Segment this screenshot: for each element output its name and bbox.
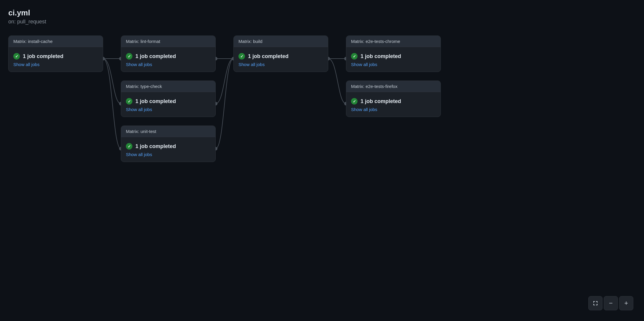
check-icon: [238, 53, 245, 60]
page-subtitle: on: pull_request: [8, 19, 46, 25]
node-lint-format: Matrix: lint-format 1 job completed Show…: [121, 36, 216, 72]
check-icon: [126, 53, 132, 60]
node-unit-test-status: 1 job completed: [126, 143, 211, 150]
page-title: ci.yml: [8, 8, 46, 17]
show-all-jobs-e2e-firefox[interactable]: Show all jobs: [351, 107, 436, 112]
node-build: Matrix: build 1 job completed Show all j…: [233, 36, 328, 72]
node-type-check-header: Matrix: type-check: [121, 81, 215, 92]
node-build-status: 1 job completed: [238, 53, 323, 60]
check-icon: [351, 98, 358, 105]
node-e2e-chrome: Matrix: e2e-tests-chrome 1 job completed…: [346, 36, 441, 72]
node-e2e-firefox-header: Matrix: e2e-tests-firefox: [346, 81, 440, 92]
check-icon: [126, 143, 132, 150]
show-all-jobs-lint-format[interactable]: Show all jobs: [126, 62, 211, 67]
zoom-controls: − +: [588, 296, 633, 310]
fullscreen-button[interactable]: [588, 296, 603, 310]
node-install-cache-status: 1 job completed: [13, 53, 98, 60]
node-install-cache: Matrix: install-cache 1 job completed Sh…: [8, 36, 103, 72]
node-e2e-chrome-header: Matrix: e2e-tests-chrome: [346, 36, 440, 47]
node-unit-test: Matrix: unit-test 1 job completed Show a…: [121, 126, 216, 162]
node-type-check-status: 1 job completed: [126, 98, 211, 105]
node-e2e-firefox-status: 1 job completed: [351, 98, 436, 105]
zoom-out-button[interactable]: −: [604, 296, 618, 310]
show-all-jobs-build[interactable]: Show all jobs: [238, 62, 323, 67]
node-type-check: Matrix: type-check 1 job completed Show …: [121, 81, 216, 117]
show-all-jobs-e2e-chrome[interactable]: Show all jobs: [351, 62, 436, 67]
header: ci.yml on: pull_request: [8, 8, 46, 25]
check-icon: [351, 53, 358, 60]
node-build-header: Matrix: build: [234, 36, 328, 47]
check-icon: [13, 53, 20, 60]
node-lint-format-status: 1 job completed: [126, 53, 211, 60]
node-e2e-chrome-status: 1 job completed: [351, 53, 436, 60]
show-all-jobs-install-cache[interactable]: Show all jobs: [13, 62, 98, 67]
show-all-jobs-type-check[interactable]: Show all jobs: [126, 107, 211, 112]
check-icon: [126, 98, 132, 105]
show-all-jobs-unit-test[interactable]: Show all jobs: [126, 152, 211, 157]
zoom-in-button[interactable]: +: [619, 296, 633, 310]
node-install-cache-header: Matrix: install-cache: [9, 36, 103, 47]
node-lint-format-header: Matrix: lint-format: [121, 36, 215, 47]
node-e2e-firefox: Matrix: e2e-tests-firefox 1 job complete…: [346, 81, 441, 117]
node-unit-test-header: Matrix: unit-test: [121, 126, 215, 137]
